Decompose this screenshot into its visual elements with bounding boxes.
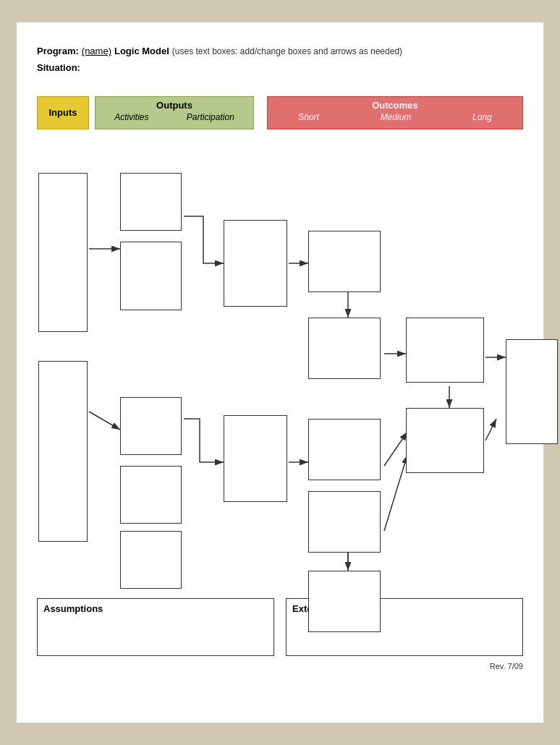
- svg-line-8: [485, 419, 496, 440]
- bottom-section: Assumptions External Factors: [37, 598, 523, 656]
- assumptions-label: Assumptions: [43, 603, 103, 614]
- activity-box-2[interactable]: [120, 242, 182, 310]
- revision-note: Rev. 7/09: [37, 662, 523, 670]
- participation-box-1[interactable]: [224, 220, 287, 307]
- logic-model-label: Logic Model: [114, 44, 169, 59]
- inputs-box-lower[interactable]: [38, 361, 88, 542]
- outcomes-sub: Short Medium Long: [268, 112, 522, 122]
- svg-line-13: [384, 455, 407, 531]
- program-label: Program:: [37, 44, 79, 59]
- program-line: Program: (name) Logic Model (uses text b…: [37, 44, 523, 59]
- diagram: [37, 137, 523, 585]
- short-outcome-5[interactable]: [308, 571, 381, 632]
- short-outcome-3[interactable]: [308, 419, 381, 480]
- svg-line-9: [89, 412, 120, 430]
- outcomes-long: Long: [472, 112, 492, 122]
- outputs-title: Outputs: [156, 100, 192, 111]
- instruction-text: (uses text boxes: add/change boxes and a…: [172, 45, 402, 59]
- short-outcome-4[interactable]: [308, 491, 381, 553]
- header-section: Program: (name) Logic Model (uses text b…: [37, 44, 523, 76]
- medium-outcome-2[interactable]: [406, 408, 484, 473]
- assumptions-box[interactable]: Assumptions: [37, 598, 274, 656]
- short-outcome-1[interactable]: [308, 231, 381, 292]
- page: Program: (name) Logic Model (uses text b…: [16, 22, 544, 723]
- program-name: (name): [82, 44, 111, 59]
- outputs-activities: Activities: [114, 112, 148, 122]
- outcomes-header: Outcomes Short Medium Long: [267, 96, 523, 129]
- activity-box-4[interactable]: [120, 466, 182, 524]
- outputs-header: Outputs Activities Participation: [95, 96, 254, 129]
- outcomes-short: Short: [298, 112, 319, 122]
- long-outcome-1[interactable]: [506, 339, 558, 444]
- outputs-participation: Participation: [187, 112, 234, 122]
- outcomes-medium: Medium: [381, 112, 412, 122]
- inputs-header: Inputs: [37, 96, 89, 129]
- medium-outcome-1[interactable]: [406, 318, 484, 383]
- activity-box-3[interactable]: [120, 397, 182, 455]
- svg-line-12: [384, 432, 407, 466]
- outputs-sub: Activities Participation: [96, 112, 253, 122]
- short-outcome-2[interactable]: [308, 318, 381, 379]
- outcomes-title: Outcomes: [372, 100, 418, 111]
- activity-box-5[interactable]: [120, 531, 182, 589]
- situation-label: Situation:: [37, 61, 523, 76]
- participation-box-2[interactable]: [224, 415, 287, 502]
- activity-box-1[interactable]: [120, 173, 182, 231]
- inputs-box[interactable]: [38, 173, 88, 332]
- column-header-row: Inputs Outputs Activities Participation …: [37, 96, 523, 129]
